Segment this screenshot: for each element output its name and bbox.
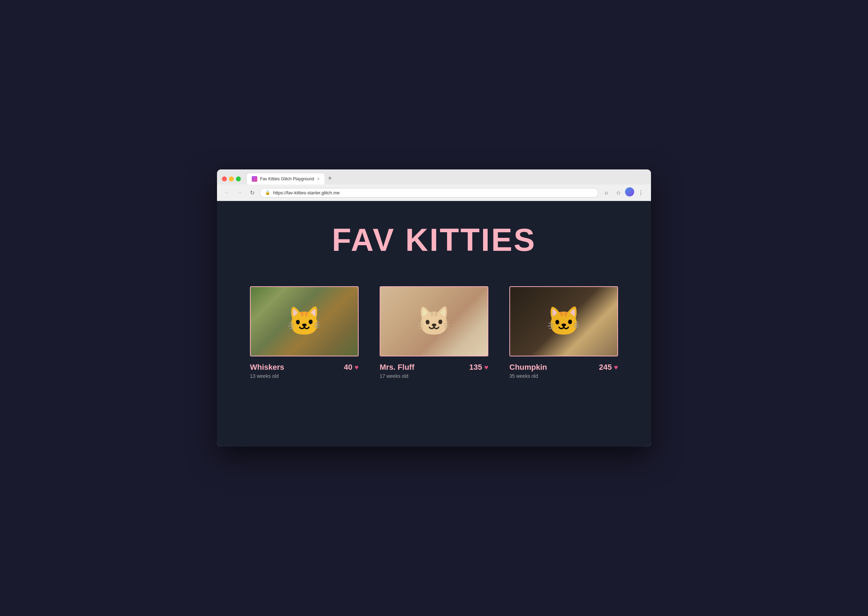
heart-icon-chumpkin: ♥: [614, 363, 618, 371]
kitty-photo-whiskers: [251, 287, 358, 356]
kitty-photo-mrs-fluff: [380, 287, 488, 356]
vote-count-mrs-fluff: 135: [469, 363, 482, 372]
minimize-traffic-light[interactable]: [229, 176, 234, 181]
heart-icon-mrs-fluff: ♥: [484, 363, 488, 371]
url-text: https://fav-kitties-starter.glitch.me: [273, 190, 593, 195]
close-traffic-light[interactable]: [222, 176, 227, 181]
tab-title: Fav Kitties Glitch Playground: [260, 176, 314, 181]
heart-icon-whiskers: ♥: [354, 363, 359, 371]
kitty-image-chumpkin[interactable]: [509, 286, 618, 357]
page-title: FAV KITTIES: [332, 222, 536, 258]
kitty-age-whiskers: 13 weeks old: [250, 373, 284, 379]
kitties-grid: Whiskers 13 weeks old 40 ♥ Mrs. Fluff 17…: [250, 286, 618, 379]
new-tab-button[interactable]: +: [325, 175, 335, 184]
traffic-lights: [222, 176, 241, 181]
kitty-card-mrs-fluff: Mrs. Fluff 17 weeks old 135 ♥: [380, 286, 488, 379]
address-bar[interactable]: 🔒 https://fav-kitties-starter.glitch.me: [260, 188, 599, 198]
tab-favicon: [252, 176, 257, 182]
kitty-votes-whiskers[interactable]: 40 ♥: [344, 363, 359, 372]
vote-count-chumpkin: 245: [599, 363, 612, 372]
kitty-text-chumpkin: Chumpkin 35 weeks old: [509, 363, 547, 379]
browser-chrome: Fav Kitties Glitch Playground × + ← → ↻ …: [217, 170, 651, 201]
kitty-name-chumpkin: Chumpkin: [509, 363, 547, 372]
browser-window: Fav Kitties Glitch Playground × + ← → ↻ …: [217, 170, 651, 446]
back-button[interactable]: ←: [222, 188, 232, 198]
lock-icon: 🔒: [265, 190, 270, 195]
reload-button[interactable]: ↻: [247, 188, 257, 198]
kitty-name-mrs-fluff: Mrs. Fluff: [380, 363, 414, 372]
page-content: FAV KITTIES Whiskers 13 weeks old 40 ♥: [217, 201, 651, 446]
forward-button[interactable]: →: [235, 188, 244, 198]
maximize-traffic-light[interactable]: [236, 176, 241, 181]
kitty-image-whiskers[interactable]: [250, 286, 359, 357]
vote-count-whiskers: 40: [344, 363, 353, 372]
kitty-info-mrs-fluff: Mrs. Fluff 17 weeks old 135 ♥: [380, 363, 488, 379]
kitty-photo-chumpkin: [510, 287, 617, 356]
search-button[interactable]: ⌕: [601, 187, 612, 198]
user-avatar[interactable]: [625, 187, 634, 196]
browser-titlebar: Fav Kitties Glitch Playground × +: [217, 170, 651, 184]
menu-button[interactable]: ⋮: [636, 187, 646, 198]
browser-actions: ⌕ ☆ ⋮: [601, 187, 646, 198]
kitty-info-whiskers: Whiskers 13 weeks old 40 ♥: [250, 363, 359, 379]
kitty-card-chumpkin: Chumpkin 35 weeks old 245 ♥: [509, 286, 618, 379]
kitty-votes-chumpkin[interactable]: 245 ♥: [599, 363, 618, 372]
kitty-votes-mrs-fluff[interactable]: 135 ♥: [469, 363, 488, 372]
kitty-image-mrs-fluff[interactable]: [380, 286, 488, 357]
browser-addressbar: ← → ↻ 🔒 https://fav-kitties-starter.glit…: [217, 184, 651, 201]
active-tab[interactable]: Fav Kitties Glitch Playground ×: [246, 173, 325, 184]
bookmark-button[interactable]: ☆: [613, 187, 624, 198]
kitty-age-mrs-fluff: 17 weeks old: [380, 373, 414, 379]
kitty-age-chumpkin: 35 weeks old: [509, 373, 547, 379]
kitty-name-whiskers: Whiskers: [250, 363, 284, 372]
tab-close-button[interactable]: ×: [317, 176, 320, 181]
kitty-text-whiskers: Whiskers 13 weeks old: [250, 363, 284, 379]
kitty-info-chumpkin: Chumpkin 35 weeks old 245 ♥: [509, 363, 618, 379]
kitty-text-mrs-fluff: Mrs. Fluff 17 weeks old: [380, 363, 414, 379]
tab-bar: Fav Kitties Glitch Playground × +: [246, 173, 646, 184]
kitty-card-whiskers: Whiskers 13 weeks old 40 ♥: [250, 286, 359, 379]
